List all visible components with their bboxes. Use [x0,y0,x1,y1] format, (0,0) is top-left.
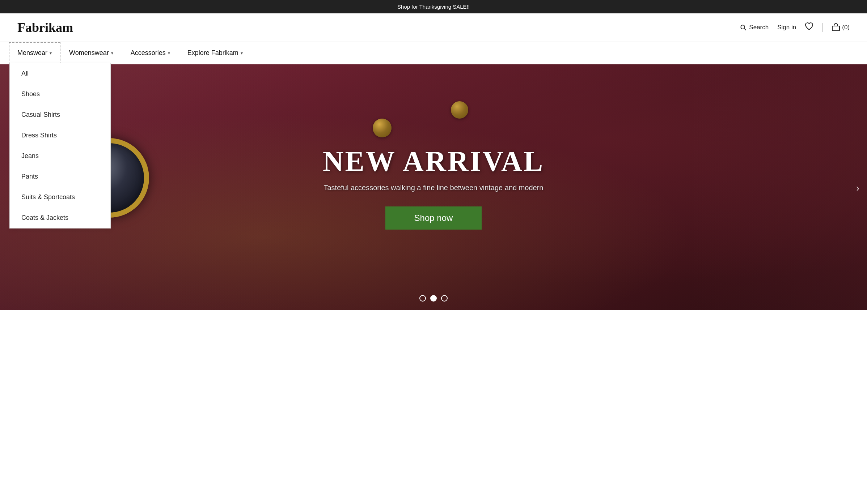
cart-button[interactable]: (0) [831,23,850,32]
hero-subtitle: Tasteful accessories walking a fine line… [323,184,544,192]
header-actions: Search Sign in (0) [740,22,850,33]
chevron-down-icon: ▾ [111,51,113,56]
svg-rect-2 [832,26,839,31]
chevron-down-icon: ▾ [168,51,170,56]
top-banner: Shop for Thanksgiving SALE!! [0,0,867,13]
hero-next-arrow[interactable]: › [856,181,860,194]
hero-jacket-button-2 [451,101,468,119]
hero-dot-2[interactable] [430,295,437,302]
search-button[interactable]: Search [740,24,769,31]
nav-menswear-label: Menswear [17,49,47,57]
nav-explore-label: Explore Fabrikam [187,49,238,57]
hero-jacket-button-1 [373,119,392,137]
main-nav: Menswear ▾ All Shoes Casual Shirts Dress… [0,42,867,64]
shop-now-button[interactable]: Shop now [385,206,482,230]
dropdown-item-pants[interactable]: Pants [10,166,110,187]
nav-womenswear-label: Womenswear [69,49,109,57]
nav-item-womenswear[interactable]: Womenswear ▾ [60,42,122,64]
nav-item-accessories[interactable]: Accessories ▾ [122,42,179,64]
heart-icon [805,22,813,30]
svg-point-0 [741,25,745,29]
hero-title: NEW ARRIVAL [323,145,544,178]
header-divider [822,23,822,32]
cart-icon [831,23,841,32]
chevron-down-icon: ▾ [241,51,243,56]
cart-count: (0) [842,24,850,31]
dropdown-item-suits[interactable]: Suits & Sportcoats [10,187,110,208]
logo[interactable]: Fabrikam [17,20,73,35]
nav-item-menswear[interactable]: Menswear ▾ All Shoes Casual Shirts Dress… [9,42,60,64]
dropdown-item-all[interactable]: All [10,63,110,84]
menswear-dropdown: All Shoes Casual Shirts Dress Shirts Jea… [9,63,111,228]
hero-content: NEW ARRIVAL Tasteful accessories walking… [323,145,544,230]
svg-line-1 [744,29,746,30]
dropdown-item-coats[interactable]: Coats & Jackets [10,208,110,228]
hero-dot-3[interactable] [441,295,448,302]
hero-dots [419,295,448,302]
nav-accessories-label: Accessories [131,49,166,57]
dropdown-item-jeans[interactable]: Jeans [10,146,110,166]
search-label: Search [749,24,769,31]
dropdown-item-casual-shirts[interactable]: Casual Shirts [10,104,110,125]
signin-button[interactable]: Sign in [777,24,796,31]
banner-text: Shop for Thanksgiving SALE!! [397,4,470,10]
dropdown-item-shoes[interactable]: Shoes [10,84,110,104]
wishlist-button[interactable] [805,22,813,33]
hero-dot-1[interactable] [419,295,426,302]
search-icon [740,24,747,31]
dropdown-item-dress-shirts[interactable]: Dress Shirts [10,125,110,146]
chevron-down-icon: ▾ [50,51,52,56]
nav-item-explore[interactable]: Explore Fabrikam ▾ [179,42,251,64]
hero-section: NEW ARRIVAL Tasteful accessories walking… [0,64,867,310]
hero-overlay-right [694,64,867,310]
header: Fabrikam Search Sign in (0) [0,13,867,42]
